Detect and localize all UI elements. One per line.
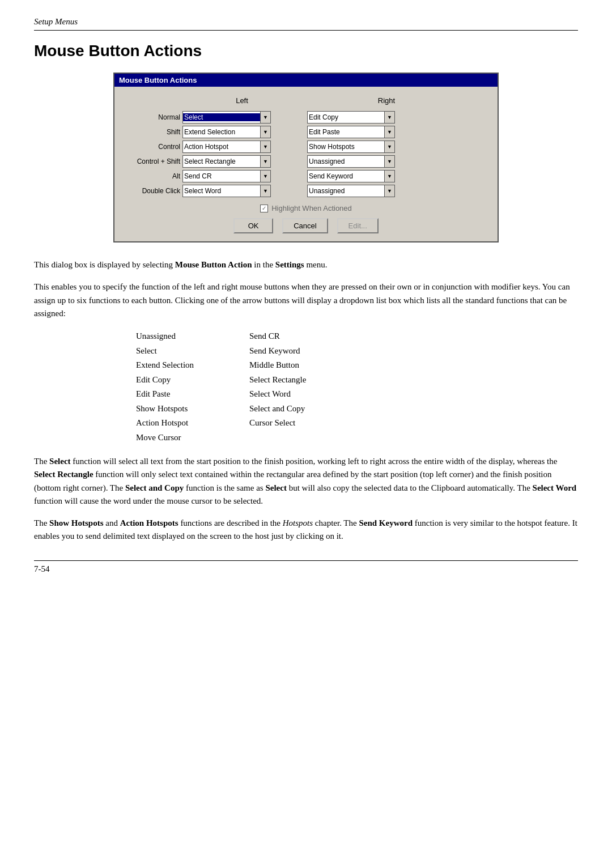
dialog-titlebar: Mouse Button Actions [114, 74, 498, 87]
func-action-hotspot: Action Hotspot [136, 416, 249, 431]
dialog-box: Mouse Button Actions Left Right Normal [113, 73, 499, 242]
modifier-double-click: Double Click [126, 187, 182, 195]
function-col-1: Unassigned Select Extend Selection Edit … [136, 329, 249, 445]
dialog-buttons: OK Cancel Edit... [126, 218, 486, 233]
func-extend-selection: Extend Selection [136, 358, 249, 373]
page-title: Mouse Button Actions [34, 42, 578, 60]
right-normal-arrow[interactable]: ▼ [384, 112, 394, 123]
body-paragraph2: This enables you to specify the function… [34, 280, 578, 320]
left-alt-value: Send CR [183, 172, 260, 180]
left-select-shift[interactable]: Extend Selection ▼ [182, 126, 296, 138]
right-double-click-arrow[interactable]: ▼ [384, 185, 394, 197]
func-send-keyword: Send Keyword [249, 344, 363, 359]
function-col-2: Send CR Send Keyword Middle Button Selec… [249, 329, 363, 445]
left-shift-arrow[interactable]: ▼ [260, 126, 270, 138]
func-edit-paste: Edit Paste [136, 387, 249, 402]
func-select: Select [136, 344, 249, 359]
left-select-alt[interactable]: Send CR ▼ [182, 170, 296, 182]
footer-section: 7-54 [34, 560, 578, 574]
right-select-shift[interactable]: Edit Paste ▼ [307, 126, 437, 138]
right-select-control[interactable]: Show Hotspots ▼ [307, 141, 437, 153]
right-double-click-value: Unassigned [308, 187, 384, 195]
right-shift-arrow[interactable]: ▼ [384, 126, 394, 138]
dialog-content: Left Right Normal Select ▼ [114, 87, 498, 241]
left-control-shift-value: Select Rectangle [183, 158, 260, 165]
checkbox-label: Highlight When Actioned [271, 204, 352, 212]
header-title: Setup Menus [34, 17, 78, 26]
row-double-click: Double Click Select Word ▼ Unassigned ▼ [126, 185, 486, 197]
func-move-cursor: Move Cursor [136, 431, 249, 445]
cancel-button[interactable]: Cancel [282, 218, 328, 233]
left-control-arrow[interactable]: ▼ [260, 141, 270, 152]
left-alt-arrow[interactable]: ▼ [260, 171, 270, 182]
highlight-checkbox[interactable]: ✓ [260, 205, 268, 212]
func-edit-copy: Edit Copy [136, 373, 249, 388]
left-control-value: Action Hotspot [183, 143, 260, 151]
right-label: Right [378, 96, 395, 105]
right-col-header: Right [301, 96, 460, 105]
body-paragraph4: The Show Hotspots and Action Hotspots fu… [34, 517, 578, 543]
func-cursor-select: Cursor Select [249, 416, 363, 431]
func-middle-button: Middle Button [249, 358, 363, 373]
right-shift-value: Edit Paste [308, 128, 384, 136]
left-select-control[interactable]: Action Hotspot ▼ [182, 141, 296, 153]
func-send-cr: Send CR [249, 329, 363, 344]
left-select-double-click[interactable]: Select Word ▼ [182, 185, 296, 197]
right-control-shift-value: Unassigned [308, 158, 384, 165]
func-select-and-copy: Select and Copy [249, 402, 363, 416]
row-control-shift: Control + Shift Select Rectangle ▼ Unass… [126, 155, 486, 168]
left-select-normal[interactable]: Select ▼ [182, 111, 296, 124]
modifier-shift: Shift [126, 128, 182, 136]
dialog-column-headers: Left Right [126, 96, 486, 105]
right-alt-arrow[interactable]: ▼ [384, 171, 394, 182]
func-select-rectangle: Select Rectangle [249, 373, 363, 388]
edit-button[interactable]: Edit... [337, 218, 379, 233]
func-show-hotspots: Show Hotspots [136, 402, 249, 416]
right-select-double-click[interactable]: Unassigned ▼ [307, 185, 437, 197]
left-shift-value: Extend Selection [183, 128, 260, 136]
right-normal-value: Edit Copy [308, 113, 384, 121]
row-normal: Normal Select ▼ Edit Copy ▼ [126, 111, 486, 124]
header-section: Setup Menus [34, 17, 578, 31]
checkbox-row[interactable]: ✓ Highlight When Actioned [126, 204, 486, 212]
left-double-click-value: Select Word [183, 187, 260, 195]
left-control-shift-arrow[interactable]: ▼ [260, 156, 270, 167]
modifier-control: Control [126, 143, 182, 151]
right-control-shift-arrow[interactable]: ▼ [384, 156, 394, 167]
body-paragraph1: This dialog box is displayed by selectin… [34, 258, 578, 271]
right-control-arrow[interactable]: ▼ [384, 141, 394, 152]
modifier-control-shift: Control + Shift [126, 158, 182, 165]
func-unassigned: Unassigned [136, 329, 249, 344]
footer-page-number: 7-54 [34, 564, 50, 573]
left-double-click-arrow[interactable]: ▼ [260, 185, 270, 197]
row-shift: Shift Extend Selection ▼ Edit Paste ▼ [126, 126, 486, 138]
right-alt-value: Send Keyword [308, 172, 384, 180]
left-normal-value: Select [183, 113, 260, 121]
row-alt: Alt Send CR ▼ Send Keyword ▼ [126, 170, 486, 182]
body-paragraph3: The Select function will select all text… [34, 455, 578, 508]
row-control: Control Action Hotspot ▼ Show Hotspots ▼ [126, 141, 486, 153]
right-control-value: Show Hotspots [308, 143, 384, 151]
left-normal-arrow[interactable]: ▼ [260, 112, 270, 123]
modifier-alt: Alt [126, 172, 182, 180]
function-list: Unassigned Select Extend Selection Edit … [136, 329, 578, 445]
right-select-alt[interactable]: Send Keyword ▼ [307, 170, 437, 182]
left-select-control-shift[interactable]: Select Rectangle ▼ [182, 155, 296, 168]
func-select-word: Select Word [249, 387, 363, 402]
left-col-header: Left [126, 96, 301, 105]
right-select-normal[interactable]: Edit Copy ▼ [307, 111, 437, 124]
ok-button[interactable]: OK [233, 218, 273, 233]
left-label: Left [236, 96, 248, 105]
right-select-control-shift[interactable]: Unassigned ▼ [307, 155, 437, 168]
modifier-normal: Normal [126, 113, 182, 121]
